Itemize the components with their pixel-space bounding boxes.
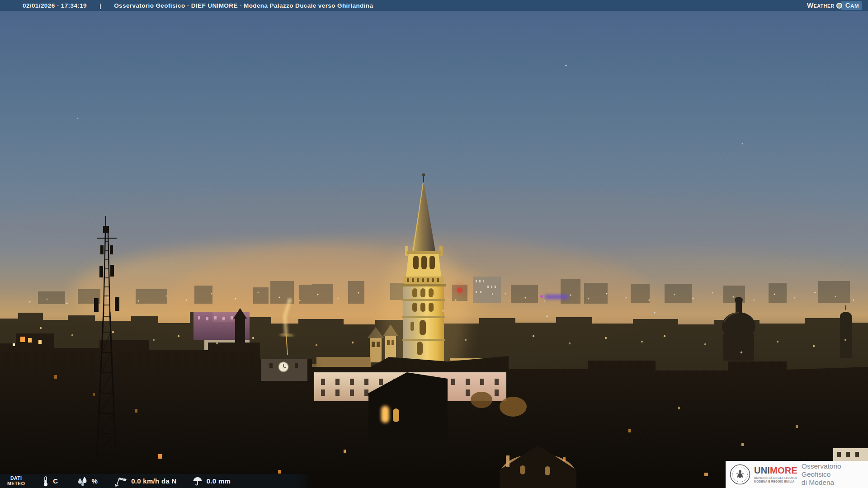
unimore-branding-box: UNIMORE UNIVERSITÀ DEGLI STUDI DI MODENA… [726, 461, 868, 488]
temperature-value: C [53, 477, 58, 485]
weathercam-logo: WEATHER CAM [807, 0, 862, 11]
star [77, 118, 79, 119]
webcam-photo [0, 0, 868, 488]
weather-data-label: DATI METEO [7, 476, 25, 487]
star [565, 65, 566, 66]
lit-highrise [473, 277, 501, 303]
unimore-text-uni: UNI [754, 465, 770, 475]
clock-building [261, 359, 307, 381]
webcam-frame: { "header": { "timestamp": "02/01/2026 -… [0, 0, 868, 488]
lit-arch-window [393, 408, 399, 422]
far-right-tower [840, 305, 852, 358]
unimore-text-more: MORE [770, 465, 797, 475]
observatory-name: Osservatorio Geofisico di Modena [802, 462, 868, 487]
osd-weather-bar: DATI METEO C % 0.0 km/h da N 0.0 mm [0, 474, 312, 488]
university-subtitle: UNIVERSITÀ DEGLI STUDI DI MODENA E REGGI… [754, 476, 797, 483]
wind-value: 0.0 km/h da N [131, 477, 177, 485]
umbrella-icon [192, 476, 203, 487]
separator: | [99, 2, 101, 9]
red-beacon [454, 285, 465, 296]
unimore-logotype: UNIMORE UNIVERSITÀ DEGLI STUDI DI MODENA… [754, 466, 797, 483]
osd-header-bar: 02/01/2026 - 17:34:19 | Osservatorio Geo… [0, 0, 868, 11]
humidity-value: % [91, 477, 98, 485]
rain-value: 0.0 mm [207, 477, 231, 485]
unimore-seal-icon [730, 464, 750, 485]
timestamp: 02/01/2026 - 17:34:19 [23, 2, 87, 9]
weathercam-circle-icon [836, 3, 842, 9]
windsock-icon [115, 476, 127, 487]
star [742, 143, 743, 145]
lit-arch-window [381, 406, 389, 423]
weathercam-logo-weather: WEATHER [807, 0, 835, 11]
humidity-drops-icon [77, 476, 89, 486]
page-title: Osservatorio Geofisico - DIEF UNIMORE - … [114, 2, 373, 9]
weathercam-logo-cam: CAM [841, 1, 862, 10]
thermometer-icon [42, 476, 49, 487]
